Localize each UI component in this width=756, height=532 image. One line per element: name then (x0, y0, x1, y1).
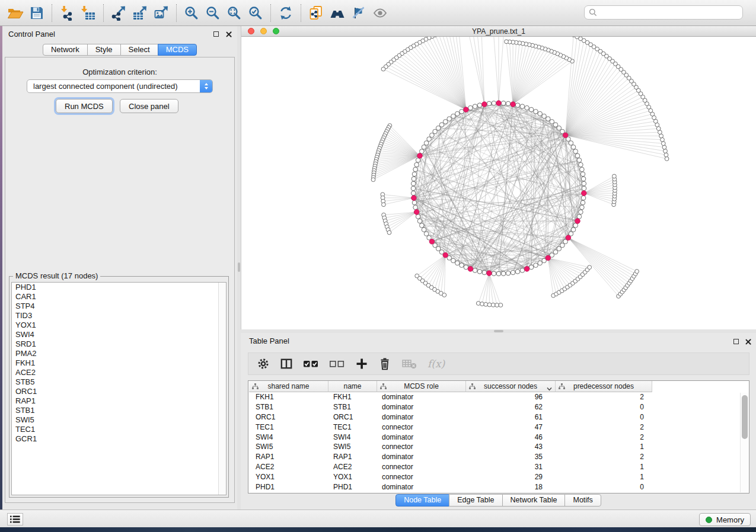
search-binoculars-icon[interactable] (327, 3, 348, 23)
table-row[interactable]: SWI4SWI4dominator462 (248, 432, 749, 443)
table-tab-edge-table[interactable]: Edge Table (449, 494, 502, 507)
list-item[interactable]: PMA2 (12, 349, 226, 358)
table-panel: Table Panel f(x) shared namenameMCDS rol… (241, 333, 756, 509)
cell: PHD1 (328, 482, 377, 492)
open-file-icon[interactable] (5, 3, 26, 23)
mcds-result-list[interactable]: PHD1CAR1STP4TID3YOX1SWI4SRD1PMA2FKH1ACE2… (11, 282, 227, 495)
list-item[interactable]: CAR1 (12, 292, 226, 302)
close-panel-button[interactable]: Close panel (120, 99, 178, 113)
network-canvas[interactable] (241, 37, 756, 329)
list-item[interactable]: ORC1 (12, 387, 226, 396)
table-scrollbar[interactable] (740, 393, 748, 492)
zoom-in-icon[interactable] (181, 3, 202, 23)
deselect-all-icon[interactable] (329, 356, 345, 371)
float-panel-icon[interactable] (213, 31, 219, 37)
list-item[interactable]: STP4 (12, 302, 226, 311)
list-item[interactable]: STB1 (12, 406, 226, 415)
zoom-out-icon[interactable] (202, 3, 224, 23)
column-type-icon (380, 383, 387, 392)
mcds-result-title: MCDS result (17 nodes) (13, 271, 100, 280)
list-item[interactable]: SWI4 (12, 330, 226, 339)
column-header-label: MCDS role (404, 382, 439, 390)
column-header-predecessor-nodes[interactable]: predecessor nodes (556, 381, 652, 392)
cell: 0 (556, 412, 652, 422)
column-header-shared-name[interactable]: shared name (249, 381, 328, 392)
table-row[interactable]: TEC1TEC1connector472 (248, 422, 749, 432)
list-item[interactable]: TEC1 (12, 425, 226, 434)
table-tab-network-table[interactable]: Network Table (502, 494, 566, 507)
list-scrollbar[interactable] (218, 283, 226, 495)
optimization-criterion-label: Optimization criterion: (5, 68, 234, 76)
select-all-checks-icon[interactable] (303, 356, 319, 371)
cell: 35 (466, 452, 556, 462)
table-tab-motifs[interactable]: Motifs (564, 494, 601, 507)
control-tab-select[interactable]: Select (120, 44, 158, 56)
table-row[interactable]: FKH1FKH1dominator962 (248, 392, 749, 402)
control-tab-network[interactable]: Network (43, 44, 88, 56)
export-image-icon[interactable] (151, 3, 172, 23)
table-row[interactable]: PHD1PHD1dominator180 (248, 482, 749, 492)
control-tab-style[interactable]: Style (87, 44, 121, 56)
node-table[interactable]: shared namenameMCDS rolesuccessor nodesp… (248, 380, 749, 493)
table-row[interactable]: ACE2ACE2connector311 (248, 462, 749, 472)
table-panel-tabs: Node TableEdge TableNetwork TableMotifs (241, 494, 756, 507)
list-item[interactable]: FKH1 (12, 358, 226, 368)
splitter-grip[interactable] (494, 330, 503, 332)
control-panel-tabs: NetworkStyleSelectMCDS (2, 44, 237, 56)
column-header-MCDS-role[interactable]: MCDS role (377, 381, 466, 392)
search-input[interactable] (600, 7, 742, 18)
table-row[interactable]: RAP1RAP1dominator352 (248, 452, 749, 462)
refresh-layout-icon[interactable] (275, 3, 296, 23)
list-item[interactable]: STB5 (12, 377, 226, 387)
network-view-frame: YPA_prune.txt_1 (241, 26, 756, 329)
toolbar-separator (103, 4, 104, 22)
zoom-fit-icon[interactable] (224, 3, 245, 23)
memory-button[interactable]: Memory (699, 513, 751, 526)
show-columns-icon[interactable] (280, 356, 293, 371)
network-frame-titlebar[interactable]: YPA_prune.txt_1 (241, 26, 756, 37)
cell: 1 (556, 462, 652, 472)
delete-column-trash-icon[interactable] (378, 356, 391, 371)
table-row[interactable]: STB1STB1dominator620 (248, 402, 749, 412)
save-session-icon[interactable] (26, 3, 47, 23)
column-header-name[interactable]: name (328, 381, 377, 392)
hide-flag-icon[interactable] (348, 3, 369, 23)
list-item[interactable]: YOX1 (12, 321, 226, 330)
list-item[interactable]: PHD1 (12, 283, 226, 292)
show-eye-icon[interactable] (369, 3, 391, 23)
close-panel-icon[interactable] (745, 339, 751, 345)
network-graph[interactable] (241, 37, 756, 329)
list-item[interactable]: SRD1 (12, 339, 226, 349)
table-settings-gear-icon[interactable] (257, 356, 270, 371)
search-box[interactable] (584, 5, 743, 20)
list-item[interactable]: TID3 (12, 311, 226, 321)
list-item[interactable]: RAP1 (12, 396, 226, 406)
list-item[interactable]: GCR1 (12, 434, 226, 444)
desktop-edge-bottom (0, 527, 756, 532)
add-column-icon[interactable] (355, 356, 368, 371)
zoom-selected-icon[interactable] (245, 3, 266, 23)
task-history-button[interactable] (7, 513, 23, 525)
table-tab-node-table[interactable]: Node Table (395, 494, 449, 507)
column-header-successor-nodes[interactable]: successor nodes (466, 381, 556, 392)
import-network-icon[interactable] (56, 3, 78, 23)
float-panel-icon[interactable] (733, 339, 739, 344)
table-row[interactable]: ORC1ORC1dominator610 (248, 412, 749, 422)
optimization-criterion-select[interactable]: largest connected component (undirected) (27, 79, 213, 93)
column-type-icon (252, 383, 259, 392)
clone-network-icon[interactable] (305, 3, 327, 23)
list-item[interactable]: ACE2 (12, 368, 226, 377)
cell: 43 (466, 442, 556, 452)
cell: 2 (556, 392, 652, 402)
list-item[interactable]: SWI5 (12, 415, 226, 425)
table-row[interactable]: SWI5SWI5connector431 (248, 442, 749, 452)
table-row[interactable]: YOX1YOX1connector291 (248, 472, 749, 482)
run-mcds-button[interactable]: Run MCDS (56, 99, 113, 113)
import-table-icon[interactable] (78, 3, 99, 23)
control-tab-mcds[interactable]: MCDS (158, 44, 197, 56)
export-network-icon[interactable] (108, 3, 129, 23)
splitter-grip[interactable] (238, 262, 240, 272)
scrollbar-thumb[interactable] (742, 395, 748, 439)
close-panel-icon[interactable] (226, 31, 232, 37)
export-table-icon[interactable] (129, 3, 151, 23)
